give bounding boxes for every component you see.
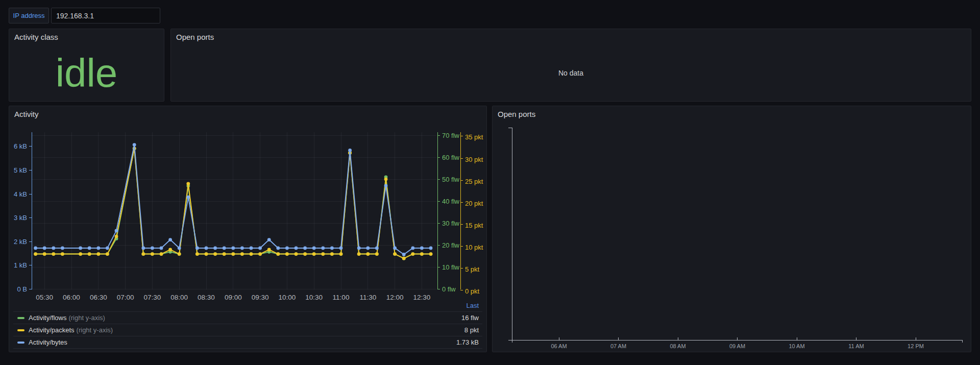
legend-series-suffix: (right y-axis) [77,326,113,334]
legend-header: Last [13,301,482,312]
ip-address-input[interactable] [51,8,160,23]
activity-legend: Last Activity/flows (right y-axis)16 flw… [13,301,482,349]
dashboard: IP address Activity class idle Open port… [0,0,980,365]
panel-activity: Activity Last Activity/flows (right y-ax… [9,106,487,352]
legend-last-column[interactable]: Last [466,302,479,309]
panel-open-ports-top-title: Open ports [176,33,214,41]
panel-activity-class: Activity class idle [9,29,164,102]
ip-address-label: IP address [9,8,49,23]
legend-series-dash [17,342,24,344]
activity-class-value: idle [56,53,117,93]
legend-series-name[interactable]: Activity/flows [29,314,66,322]
panel-open-ports-bottom: Open ports [492,106,971,352]
legend-row[interactable]: Activity/flows (right y-axis)16 flw [13,312,482,324]
panel-activity-class-title: Activity class [14,33,58,41]
legend-series-suffix: (right y-axis) [68,314,105,322]
legend-series-dash [17,317,24,319]
legend-row[interactable]: Activity/packets (right y-axis)8 pkt [13,324,482,336]
legend-series-last-value: 1.73 kB [456,338,482,346]
legend-series-last-value: 16 flw [461,314,482,322]
legend-series-last-value: 8 pkt [464,326,482,334]
legend-series-name[interactable]: Activity/packets [29,326,75,334]
panel-open-ports-bottom-title: Open ports [498,110,535,118]
panel-open-ports-top: Open ports No data [170,29,971,102]
legend-series-dash [17,329,24,331]
legend-row[interactable]: Activity/bytes1.73 kB [13,336,482,349]
panel-activity-title: Activity [14,110,39,118]
no-data-message: No data [558,69,583,77]
legend-series-name[interactable]: Activity/bytes [29,338,67,346]
ip-address-label-text: IP address [13,12,45,19]
legend-rows: Activity/flows (right y-axis)16 flwActiv… [13,312,482,349]
